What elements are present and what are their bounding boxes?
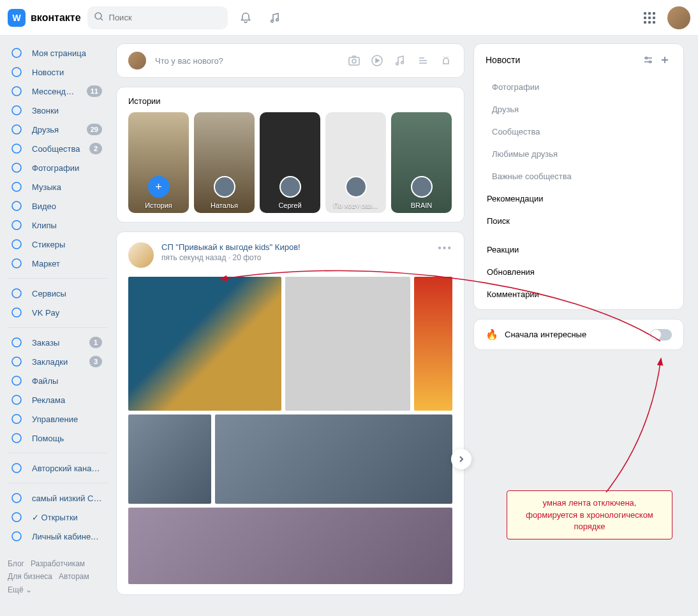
svg-point-0 [95, 13, 101, 19]
user-icon [10, 47, 23, 59]
svg-point-11 [12, 202, 21, 210]
sidebar-item[interactable]: Клипы [8, 216, 107, 235]
story-item[interactable]: Наталья [194, 112, 255, 213]
post-image[interactable] [285, 277, 410, 411]
post-photo-count-link[interactable]: 20 фото [232, 253, 261, 262]
music-icon [10, 180, 23, 193]
post-author-link[interactable]: СП "Привыкай к выгоде kids" Киров! [161, 242, 430, 252]
messages-icon [10, 85, 23, 98]
apps-icon[interactable] [638, 6, 661, 29]
sidebar-item-label: Моя страница [32, 48, 102, 58]
story-item[interactable]: BRAIN [391, 112, 452, 213]
svg-rect-27 [349, 57, 359, 65]
brand-text: вконтакте [31, 12, 81, 24]
composer-placeholder[interactable]: Что у вас нового? [155, 56, 339, 66]
svg-point-2 [276, 18, 278, 21]
post-image[interactable] [128, 277, 281, 411]
svg-point-13 [12, 240, 21, 249]
sidebar-item[interactable]: Звонки [8, 101, 107, 120]
play-icon[interactable] [371, 54, 383, 67]
sidebar-item[interactable]: Моя страница [8, 43, 107, 62]
stories-title: Истории [128, 96, 452, 106]
post-author-avatar[interactable] [128, 242, 154, 268]
stickers-icon [10, 238, 23, 251]
news-filter-link[interactable]: Поиск [474, 210, 683, 232]
news-filter-link[interactable]: Важные сообщества [474, 165, 683, 187]
story-item[interactable]: Сергей [260, 112, 320, 213]
story-label: История [128, 202, 189, 209]
search-input[interactable] [109, 13, 211, 22]
svg-point-28 [352, 59, 356, 63]
user-avatar[interactable] [667, 6, 690, 29]
svg-point-1 [271, 20, 273, 22]
article-icon[interactable] [417, 54, 429, 67]
svg-point-6 [12, 106, 21, 115]
news-filter-link[interactable]: Фотографии [474, 76, 683, 98]
sidebar-badge: 2 [89, 143, 102, 154]
sidebar-item[interactable]: Файлы [8, 371, 107, 390]
logo[interactable]: W вконтакте [8, 9, 81, 27]
sidebar-item[interactable]: VK Pay [8, 303, 107, 322]
sidebar-item-label: Звонки [32, 106, 102, 115]
news-filter-link[interactable]: Любимые друзья [474, 143, 683, 165]
post-gallery[interactable] [128, 277, 452, 411]
filter-settings-icon[interactable] [641, 53, 655, 67]
sidebar-item[interactable]: Личный кабинет S... [8, 527, 107, 546]
smart-feed-toggle[interactable] [650, 329, 672, 341]
add-story[interactable]: +История [128, 112, 189, 213]
news-filter-link[interactable]: Сообщества [474, 121, 683, 143]
post-image[interactable] [215, 414, 452, 504]
post-image[interactable] [128, 508, 452, 584]
sidebar-item[interactable]: Видео [8, 196, 107, 216]
sidebar-item-label: Закладки [32, 357, 80, 367]
sidebar-item[interactable]: Фотографии [8, 158, 107, 177]
note-icon[interactable] [394, 54, 406, 67]
sidebar-item[interactable]: Стикеры [8, 235, 107, 254]
camera-icon[interactable] [348, 54, 360, 67]
svg-point-10 [12, 182, 21, 191]
post-image[interactable] [414, 277, 452, 411]
news-filter-link[interactable]: Комментарии [474, 283, 683, 305]
footer-link[interactable]: Разработчикам [31, 559, 85, 568]
sidebar-item-label: Маркет [32, 259, 102, 268]
sidebar-item[interactable]: самый низкий СП2 [8, 488, 107, 508]
story-item[interactable]: По ходу раз... [325, 112, 386, 213]
sidebar-item[interactable]: Сервисы [8, 284, 107, 303]
footer-link[interactable]: Блог [8, 559, 24, 568]
sidebar-badge: 3 [89, 356, 102, 367]
composer[interactable]: Что у вас нового? [116, 43, 464, 78]
sidebar-item[interactable]: Мессенджер11 [8, 82, 107, 101]
sidebar-item-label: Друзья [32, 125, 78, 135]
sidebar-item[interactable]: Помощь [8, 429, 107, 448]
sidebar-item[interactable]: ✓ Открытки [8, 508, 107, 527]
sidebar-item-label: VK Pay [32, 308, 102, 318]
svg-point-33 [650, 61, 651, 63]
sidebar-item[interactable]: Друзья29 [8, 120, 107, 139]
footer-link[interactable]: Авторам [59, 572, 89, 581]
sidebar-item[interactable]: Маркет [8, 254, 107, 273]
news-filter-link[interactable]: Друзья [474, 98, 683, 121]
friends-icon [10, 123, 23, 136]
sidebar-item[interactable]: Закладки3 [8, 352, 107, 371]
sidebar-item[interactable]: Управление [8, 409, 107, 429]
bell-icon[interactable] [234, 6, 257, 29]
donut-icon[interactable] [440, 54, 452, 67]
svg-point-5 [12, 87, 21, 96]
sidebar-item[interactable]: Авторский канал ... [8, 458, 107, 478]
gallery-next-button[interactable] [451, 449, 472, 469]
post-image[interactable] [128, 414, 211, 504]
sidebar-item[interactable]: Заказы1 [8, 333, 107, 352]
sidebar-item[interactable]: Новости [8, 62, 107, 82]
news-filter-link[interactable]: Реакции [474, 238, 683, 261]
footer-link[interactable]: Для бизнеса [8, 572, 52, 581]
sidebar-item[interactable]: Музыка [8, 177, 107, 196]
news-filter-link[interactable]: Обновления [474, 261, 683, 283]
music-icon[interactable] [264, 6, 286, 29]
footer-link[interactable]: Ещё ⌄ [8, 585, 32, 594]
sidebar-item[interactable]: Реклама [8, 390, 107, 409]
news-filter-link[interactable]: Рекомендации [474, 187, 683, 210]
search-input-wrap[interactable] [87, 6, 228, 29]
add-filter-icon[interactable] [658, 53, 672, 67]
post-more-button[interactable]: ••• [438, 242, 452, 254]
sidebar-item[interactable]: Сообщества2 [8, 139, 107, 158]
